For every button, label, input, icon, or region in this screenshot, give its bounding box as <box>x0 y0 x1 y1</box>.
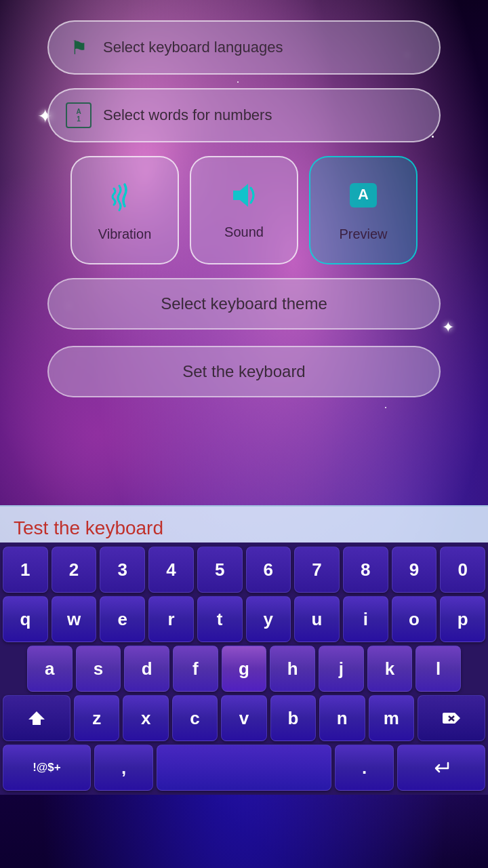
sound-button[interactable]: Sound <box>190 156 298 264</box>
key-h[interactable]: h <box>270 646 315 692</box>
key-u[interactable]: u <box>294 596 340 642</box>
set-keyboard-label: Set the keyboard <box>182 362 305 380</box>
svg-text:A: A <box>358 186 369 203</box>
key-s[interactable]: s <box>76 646 121 692</box>
svg-marker-2 <box>28 711 45 725</box>
select-theme-button[interactable]: Select keyboard theme <box>47 278 441 330</box>
sound-label: Sound <box>224 224 264 240</box>
delete-key[interactable] <box>418 695 485 741</box>
test-keyboard-input[interactable] <box>14 517 474 539</box>
space-key[interactable] <box>157 745 331 791</box>
select-languages-button[interactable]: ⚑ Select keyboard languages <box>47 20 441 75</box>
shift-key[interactable] <box>3 695 70 741</box>
key-e[interactable]: e <box>100 596 145 642</box>
enter-key[interactable] <box>397 745 485 791</box>
flag-icon: ⚑ <box>65 34 92 61</box>
key-l[interactable]: l <box>415 646 461 692</box>
key-n[interactable]: n <box>319 695 365 741</box>
preview-button[interactable]: A Preview <box>309 156 418 264</box>
key-a[interactable]: a <box>27 646 73 692</box>
key-5[interactable]: 5 <box>197 547 243 593</box>
select-words-label: Select words for numbers <box>103 106 272 124</box>
key-g[interactable]: g <box>222 646 267 692</box>
key-comma[interactable]: , <box>94 745 153 791</box>
key-0[interactable]: 0 <box>440 547 485 593</box>
feature-buttons-row: Vibration Sound A Preview <box>47 156 441 264</box>
key-m[interactable]: m <box>369 695 414 741</box>
key-v[interactable]: v <box>221 695 266 741</box>
preview-icon: A <box>347 179 380 218</box>
key-y[interactable]: y <box>246 596 291 642</box>
key-period[interactable]: . <box>335 745 394 791</box>
key-k[interactable]: k <box>367 646 413 692</box>
asdf-row: a s d f g h j k l <box>3 646 485 692</box>
key-z[interactable]: z <box>74 695 119 741</box>
key-2[interactable]: 2 <box>52 547 97 593</box>
keyboard: 1 2 3 4 5 6 7 8 9 0 q w e r t y u i o p … <box>0 542 488 795</box>
key-t[interactable]: t <box>197 596 243 642</box>
set-keyboard-button[interactable]: Set the keyboard <box>47 346 441 397</box>
key-6[interactable]: 6 <box>246 547 291 593</box>
select-theme-label: Select keyboard theme <box>161 294 327 313</box>
qwerty-row: q w e r t y u i o p <box>3 596 485 642</box>
vibration-label: Vibration <box>98 226 152 242</box>
a1-icon: A 1 <box>65 102 92 129</box>
key-c[interactable]: c <box>172 695 218 741</box>
vibration-button[interactable]: Vibration <box>70 156 179 264</box>
main-content: ⚑ Select keyboard languages A 1 Select w… <box>0 0 488 397</box>
zxcv-row: z x c v b n m <box>3 695 485 741</box>
key-j[interactable]: j <box>319 646 364 692</box>
key-p[interactable]: p <box>440 596 485 642</box>
key-4[interactable]: 4 <box>148 547 194 593</box>
select-languages-label: Select keyboard languages <box>103 39 283 56</box>
preview-label: Preview <box>339 226 387 242</box>
key-3[interactable]: 3 <box>100 547 145 593</box>
key-w[interactable]: w <box>52 596 97 642</box>
key-q[interactable]: q <box>3 596 48 642</box>
key-8[interactable]: 8 <box>343 547 388 593</box>
key-i[interactable]: i <box>343 596 388 642</box>
key-f[interactable]: f <box>173 646 218 692</box>
key-d[interactable]: d <box>124 646 169 692</box>
star-decoration <box>385 407 386 408</box>
key-9[interactable]: 9 <box>392 547 437 593</box>
key-o[interactable]: o <box>392 596 437 642</box>
vibration-icon <box>108 179 141 218</box>
number-row: 1 2 3 4 5 6 7 8 9 0 <box>3 547 485 593</box>
symbol-key[interactable]: !@$+ <box>3 745 91 791</box>
select-words-button[interactable]: A 1 Select words for numbers <box>47 88 441 142</box>
key-r[interactable]: r <box>148 596 194 642</box>
sound-icon <box>228 181 260 216</box>
key-1[interactable]: 1 <box>3 547 48 593</box>
key-b[interactable]: b <box>270 695 316 741</box>
bottom-row: !@$+ , . <box>3 745 485 791</box>
key-7[interactable]: 7 <box>294 547 340 593</box>
key-x[interactable]: x <box>123 695 168 741</box>
